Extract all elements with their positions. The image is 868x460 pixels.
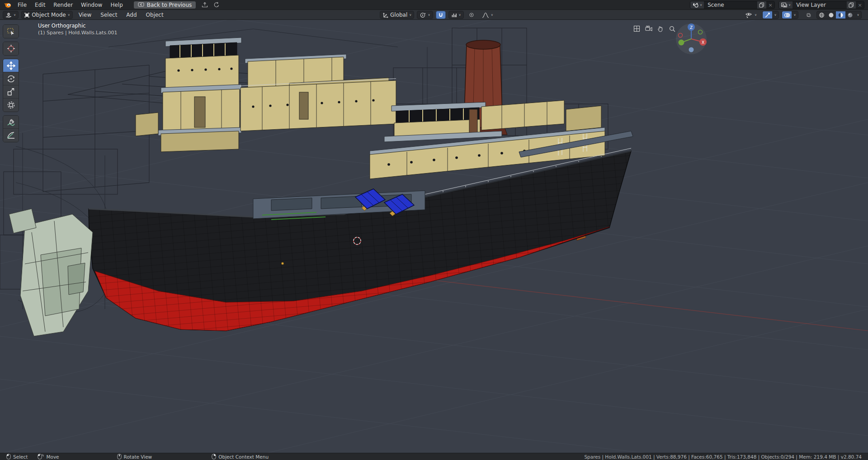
proportional-circle-icon [469, 12, 474, 18]
menu-edit[interactable]: Edit [31, 0, 49, 9]
view-layer-icon[interactable]: ∨ [779, 1, 793, 9]
shading-solid-button[interactable] [826, 11, 836, 19]
toolbar [3, 24, 19, 142]
perspective-toggle-button[interactable] [632, 24, 642, 33]
shading-rendered-button[interactable] [845, 11, 855, 19]
gizmo-options-dropdown[interactable]: ∨ [772, 14, 778, 17]
scene-name[interactable]: Scene [704, 2, 757, 8]
object-origin-dot [281, 262, 283, 264]
show-gizmo-toggle[interactable] [763, 11, 772, 19]
snap-with-selector[interactable]: ∨ [448, 11, 464, 19]
tool-scale[interactable] [3, 85, 19, 99]
viewport-nav-buttons [632, 24, 677, 33]
tool-transform[interactable] [3, 99, 19, 112]
object-mode-icon [24, 12, 30, 18]
refresh-icon[interactable] [213, 2, 220, 8]
scene-icon[interactable]: ∨ [690, 1, 704, 9]
visibility-eye-icon [745, 12, 753, 18]
menu-view[interactable]: View [75, 12, 94, 18]
menu-file[interactable]: File [14, 0, 31, 9]
gizmo-z-label[interactable]: Z [690, 25, 693, 30]
back-to-previous-button[interactable]: Back to Previous [133, 1, 197, 9]
blender-logo-icon[interactable] [4, 1, 12, 9]
superstructure[interactable] [136, 38, 396, 152]
menu-select[interactable]: Select [97, 12, 120, 18]
overlays-icon [784, 12, 790, 18]
overlays-toggle-group: ∨ [782, 11, 798, 19]
mode-selector[interactable]: Object Mode ∨ [21, 11, 73, 19]
hint-move: Move [38, 454, 59, 460]
shading-wireframe-button[interactable] [817, 11, 826, 19]
scene-statistics: Spares | Hold.Walls.Lats.001 | Verts:88,… [584, 454, 862, 460]
menu-window[interactable]: Window [77, 0, 106, 9]
remove-view-layer-icon[interactable]: × [856, 2, 864, 8]
proportional-editing-toggle[interactable] [467, 11, 476, 19]
new-scene-icon[interactable] [757, 1, 766, 9]
stern-frames[interactable] [9, 209, 93, 336]
back-screen-icon [138, 2, 144, 7]
snap-toggle[interactable] [436, 11, 446, 19]
xray-toggle[interactable] [804, 11, 814, 19]
x-axis-line [371, 273, 868, 331]
mouse-left-icon [6, 454, 11, 460]
falloff-curve-icon [482, 12, 489, 18]
active-object-overlay: (1) Spares | Hold.Walls.Lats.001 [38, 30, 117, 36]
camera-view-button[interactable] [644, 24, 653, 33]
hint-context-menu: Object Context Menu [212, 454, 269, 460]
gizmo-x-label[interactable]: X [702, 40, 704, 45]
editor-type-selector[interactable]: ∨ [3, 11, 19, 19]
top-bar: File Edit Render Window Help Back to Pre… [0, 0, 868, 10]
proportional-falloff-selector[interactable]: ∨ [479, 11, 496, 19]
mouse-drag-icon [38, 454, 44, 460]
view-name-overlay: User Orthographic [38, 23, 86, 29]
move-view-button[interactable] [656, 24, 665, 33]
hint-select: Select [6, 454, 28, 460]
xray-icon [807, 12, 811, 18]
show-overlays-toggle[interactable] [782, 11, 792, 19]
menu-help[interactable]: Help [106, 0, 127, 9]
snap-increment-icon [451, 12, 457, 18]
gizmo-arrow-icon [764, 12, 770, 18]
scene-selector[interactable]: ∨ Scene × [690, 1, 775, 9]
overlays-options-dropdown[interactable]: ∨ [792, 14, 798, 17]
gizmo-toggle-group: ∨ [762, 11, 779, 19]
unlink-scene-icon[interactable]: × [766, 2, 774, 8]
view-layer-name[interactable]: View Layer [793, 2, 847, 8]
viewport-header: ∨ Object Mode ∨ View Select Add Object G… [0, 10, 868, 20]
object-visibility-selector[interactable]: ∨ [742, 11, 760, 19]
mouse-middle-icon [117, 454, 122, 460]
menu-render[interactable]: Render [49, 0, 77, 9]
ship-hull[interactable] [81, 146, 642, 336]
navigation-gizmo[interactable]: Z X [675, 22, 708, 55]
shading-options-dropdown[interactable]: ∨ [855, 14, 861, 17]
tool-annotate[interactable] [3, 116, 19, 129]
scene-canvas[interactable] [0, 20, 868, 453]
viewport-3d[interactable]: User Orthographic (1) Spares | Hold.Wall… [0, 20, 868, 453]
hint-rotate-view: Rotate View [117, 454, 152, 460]
new-view-layer-icon[interactable] [847, 1, 856, 9]
tool-measure[interactable] [3, 129, 19, 142]
menu-object[interactable]: Object [143, 12, 167, 18]
tool-move[interactable] [3, 59, 19, 72]
shading-mode-group: ∨ [816, 11, 862, 19]
mouse-right-icon [212, 454, 216, 460]
pivot-point-selector[interactable]: ∨ [417, 11, 433, 19]
status-bar: Select Move Rotate View Object Context M… [0, 453, 868, 460]
pivot-icon [420, 12, 426, 18]
shading-material-button[interactable] [836, 11, 845, 19]
menu-add[interactable]: Add [123, 12, 140, 18]
tool-cursor[interactable] [3, 42, 19, 55]
tool-rotate[interactable] [3, 72, 19, 85]
transform-orientation-selector[interactable]: Global ∨ [380, 11, 414, 19]
editor-3d-viewport-icon [5, 12, 12, 18]
view-layer-selector[interactable]: ∨ View Layer × [778, 1, 864, 9]
orientation-axes-icon [382, 12, 388, 18]
export-icon[interactable] [202, 2, 208, 8]
tool-select-box[interactable] [3, 25, 19, 38]
magnet-icon [439, 12, 443, 18]
